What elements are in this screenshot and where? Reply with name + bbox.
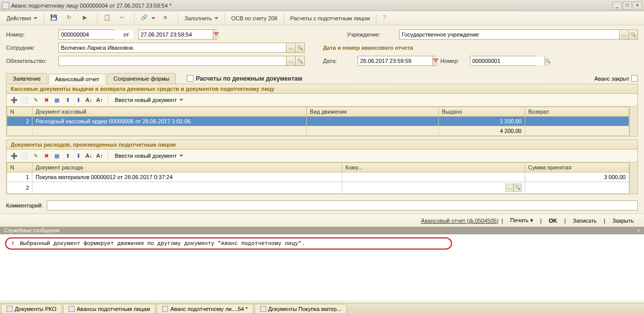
number2-input[interactable] [470, 57, 544, 65]
advance-closed-checkbox[interactable] [631, 75, 638, 82]
save-icon-button[interactable]: 💾 [47, 13, 62, 24]
select-icon[interactable]: … [286, 43, 295, 52]
search-icon[interactable]: 🔍 [513, 184, 522, 192]
reverse-icon-button[interactable]: ↩ [116, 13, 132, 24]
col-n[interactable]: N [7, 163, 33, 172]
minimize-button[interactable]: _ [613, 2, 622, 10]
move-down-button[interactable]: ⬇ [74, 95, 83, 104]
messages-close-icon[interactable]: × [637, 228, 640, 233]
date2-field[interactable]: 📅 [358, 56, 436, 66]
structure-icon-button[interactable]: ≡ [160, 13, 175, 24]
close-button[interactable]: Закрыть [608, 217, 638, 225]
obligation-label: Обязательство: [6, 58, 54, 64]
refresh-icon-button[interactable]: ↻ [63, 13, 78, 24]
number2-field[interactable]: 🔍 [470, 56, 536, 66]
table-row[interactable]: 2 Расходный кассовый ордер 00000006 от 2… [7, 117, 629, 126]
col-n[interactable]: N [7, 107, 33, 117]
structure-icon: ≡ [164, 14, 172, 22]
obligation-input[interactable] [59, 57, 286, 65]
post-icon-button[interactable]: ▶ [79, 13, 94, 24]
employee-input[interactable] [59, 44, 286, 52]
delete-button[interactable]: ✖ [42, 151, 51, 160]
table-row[interactable]: 2 …🔍 [7, 182, 629, 194]
status-tab-1[interactable]: Документы РКО [1, 304, 62, 314]
sort-desc-button[interactable]: A↑ [95, 151, 104, 160]
search-icon[interactable]: 🔍 [295, 43, 304, 52]
edit-button[interactable]: ✎ [31, 95, 40, 104]
report-link[interactable]: Авансовый отчет (ф.0504505) [421, 218, 499, 224]
delete-button[interactable]: ✖ [42, 95, 51, 104]
select-icon[interactable]: … [505, 184, 513, 192]
add-button[interactable]: ➕ [10, 151, 19, 160]
col-sum[interactable]: Сумма принятая [525, 163, 629, 172]
copy-icon: 📋 [104, 14, 112, 22]
osv-button[interactable]: ОСВ по счету 208 [228, 14, 281, 23]
search-icon[interactable]: 🔍 [628, 30, 637, 39]
scrollbar[interactable] [629, 107, 637, 136]
move-down-button[interactable]: ⬇ [74, 151, 83, 160]
obligation-field[interactable]: … 🔍 [58, 56, 305, 66]
copy-icon-button[interactable]: 📋 [100, 13, 115, 24]
maximize-button[interactable]: □ [623, 2, 632, 10]
comment-input[interactable] [47, 200, 638, 211]
form-header: Номер: от 📅 Учреждение: … 🔍 Сотрудник: …… [0, 25, 644, 73]
copy-row-button[interactable]: 📄 [20, 95, 29, 104]
tab-saved-forms[interactable]: Сохраненные формы [107, 73, 176, 84]
new-doc-menu[interactable]: Ввести новый документ [112, 95, 186, 104]
search-icon[interactable]: 🔍 [295, 56, 304, 65]
print-menu[interactable]: Печать ▾ [506, 216, 537, 225]
sort-desc-button[interactable]: A↑ [95, 95, 104, 104]
number-input[interactable] [59, 30, 133, 39]
edit-button[interactable]: ✎ [31, 151, 40, 160]
help-button[interactable]: ? [379, 13, 394, 24]
save-button[interactable]: Записать [569, 217, 601, 225]
calendar-icon[interactable]: 📅 [432, 56, 438, 65]
col-type[interactable]: Вид движения [307, 107, 439, 117]
cash-docs-table: N Документ кассовый Вид движения Выдано … [7, 107, 629, 136]
tab-advance-report[interactable]: Авансовый отчет [48, 74, 106, 84]
calendar-icon[interactable]: 📅 [213, 30, 219, 39]
select-icon[interactable]: … [286, 56, 295, 65]
col-who[interactable]: Кому... [342, 163, 525, 172]
org-field[interactable]: … 🔍 [399, 29, 638, 40]
new-doc-menu[interactable]: Ввести новый документ [112, 151, 186, 160]
scrollbar[interactable] [629, 162, 637, 194]
tab-application[interactable]: Заявление [6, 73, 47, 84]
actions-menu[interactable]: Действия [3, 14, 41, 23]
sort-asc-button[interactable]: A↓ [84, 95, 93, 104]
date-input[interactable] [139, 30, 213, 39]
copy-row-button[interactable]: 📄 [20, 151, 29, 160]
fill-menu[interactable]: Заполнить [181, 14, 222, 23]
select-icon[interactable]: … [619, 30, 628, 39]
col-doc[interactable]: Документ кассовый [33, 107, 307, 117]
calculations-button[interactable]: Расчеты с подотчетным лицом [286, 14, 373, 23]
checkbox-icon[interactable] [187, 75, 194, 82]
move-up-button[interactable]: ⬆ [63, 95, 72, 104]
col-out[interactable]: Выдано [439, 107, 525, 117]
status-tab-4[interactable]: Документы Покупка матер... [254, 304, 347, 314]
add-button[interactable]: ➕ [10, 95, 19, 104]
money-docs-checkbox[interactable]: Расчеты по денежным документам [187, 75, 302, 82]
table-row[interactable]: 1 Покупка материалов 00000012 от 28.06.2… [7, 172, 629, 182]
number-field[interactable] [58, 29, 114, 40]
move-up-button[interactable]: ⬆ [63, 151, 72, 160]
col-doc[interactable]: Документ расхода [33, 163, 342, 172]
status-tab-2[interactable]: Авансы подотчетным лицам [63, 304, 156, 314]
basis-icon-button[interactable]: 🔗 [137, 13, 159, 24]
arrow-icon: ▶ [83, 14, 91, 22]
comment-label: Комментарий: [6, 202, 43, 208]
employee-field[interactable]: … 🔍 [58, 43, 305, 53]
grid-button[interactable]: ▦ [52, 95, 61, 104]
grid-button[interactable]: ▦ [52, 151, 61, 160]
col-ret[interactable]: Возврат [525, 107, 629, 117]
ok-button[interactable]: OK [544, 217, 561, 225]
document-icon [69, 306, 75, 312]
close-button[interactable]: × [633, 2, 642, 10]
from-label: от [123, 31, 129, 38]
date-field[interactable]: 📅 [138, 29, 217, 40]
search-icon[interactable]: 🔍 [544, 56, 551, 65]
date2-input[interactable] [358, 57, 432, 65]
org-input[interactable] [400, 30, 619, 39]
sort-asc-button[interactable]: A↓ [84, 151, 93, 160]
status-tab-3[interactable]: Аванс подотчетному ли....54 * [156, 304, 253, 314]
